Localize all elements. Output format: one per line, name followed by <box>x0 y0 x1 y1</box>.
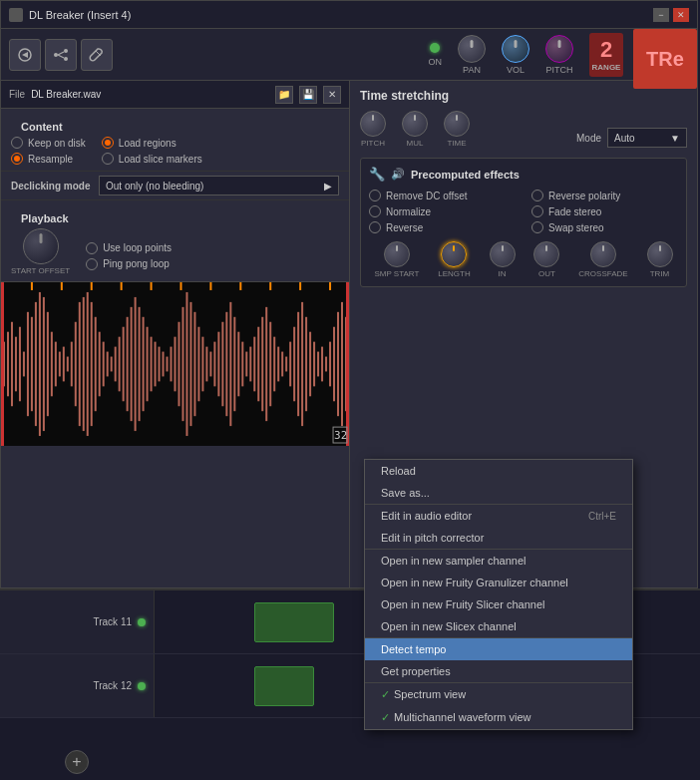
on-led[interactable] <box>430 43 440 53</box>
keep-on-disk-option[interactable]: Keep on disk <box>11 137 86 149</box>
close-file-button[interactable]: ✕ <box>323 86 341 104</box>
use-loop-points-option[interactable]: Use loop points <box>86 242 172 254</box>
ts-mul-knob[interactable]: MUL <box>402 111 428 148</box>
in-knob-body[interactable] <box>490 241 516 267</box>
ts-pitch-knob[interactable]: PITCH <box>360 111 386 148</box>
minimize-button[interactable]: − <box>653 8 669 22</box>
load-slice-markers-option[interactable]: Load slice markers <box>102 153 202 165</box>
trim-knob-body[interactable] <box>647 241 673 267</box>
load-regions-option[interactable]: Load regions <box>102 137 202 149</box>
crossfade-knob[interactable]: CROSSFADE <box>578 241 627 278</box>
save-file-button[interactable]: 💾 <box>299 86 317 104</box>
add-track-button[interactable]: + <box>65 750 89 774</box>
length-label: LENGTH <box>438 269 470 278</box>
pitch-knob[interactable]: PITCH <box>545 35 573 75</box>
ping-pong-label: Ping pong loop <box>103 258 170 269</box>
declicking-dropdown[interactable]: Out only (no bleeding) ▶ <box>99 176 339 195</box>
svg-rect-64 <box>225 312 227 416</box>
ctx-detect-tempo[interactable]: Detect tempo <box>365 637 632 660</box>
track-12-header: Track 12 <box>0 654 155 717</box>
ctx-open-slicer[interactable]: Open in new Fruity Slicer channel <box>365 593 632 615</box>
pitch-knob-body[interactable] <box>545 35 573 63</box>
start-offset-knob[interactable] <box>23 228 59 264</box>
reverse-polarity-option[interactable]: Reverse polarity <box>531 190 678 201</box>
svg-rect-62 <box>217 332 219 397</box>
ts-pitch-knob-body[interactable] <box>360 111 386 137</box>
on-control[interactable]: ON <box>429 43 443 67</box>
swap-stereo-radio[interactable] <box>531 221 543 233</box>
ping-pong-radio[interactable] <box>86 258 98 270</box>
track-12-block-1[interactable] <box>254 666 314 706</box>
ctx-open-granulizer[interactable]: Open in new Fruity Granulizer channel <box>365 572 632 593</box>
svg-rect-98 <box>121 282 123 290</box>
load-regions-radio[interactable] <box>102 137 114 149</box>
svg-rect-68 <box>241 342 243 387</box>
load-slice-markers-radio[interactable] <box>102 153 114 165</box>
remove-dc-radio[interactable] <box>369 190 381 201</box>
top-controls: ON PAN VOL PITCH 2 RANGE <box>117 33 689 77</box>
tool2-button[interactable] <box>45 39 77 71</box>
ctx-reload[interactable]: Reload <box>365 460 632 482</box>
ctx-get-properties[interactable]: Get properties <box>365 660 632 682</box>
close-button[interactable]: ✕ <box>673 8 689 22</box>
ts-time-knob-body[interactable] <box>444 111 470 137</box>
reverse-radio[interactable] <box>369 221 381 233</box>
resample-option[interactable]: Resample <box>11 153 86 165</box>
fade-stereo-label: Fade stereo <box>548 206 601 217</box>
svg-rect-69 <box>245 352 247 377</box>
range-badge[interactable]: 2 RANGE <box>589 33 623 77</box>
fade-stereo-option[interactable]: Fade stereo <box>531 205 678 217</box>
ctx-edit-pitch[interactable]: Edit in pitch corrector <box>365 527 632 549</box>
normalize-radio[interactable] <box>369 205 381 217</box>
pan-knob[interactable]: PAN <box>458 35 486 75</box>
tool1-button[interactable] <box>9 39 41 71</box>
ping-pong-loop-option[interactable]: Ping pong loop <box>86 258 172 270</box>
ctx-save-as[interactable]: Save as... <box>365 482 632 504</box>
window-title: DL Breaker (Insert 4) <box>29 9 131 21</box>
svg-rect-83 <box>301 302 303 426</box>
trim-knob[interactable]: TRIM <box>647 241 673 278</box>
tool3-button[interactable] <box>81 39 113 71</box>
in-knob[interactable]: IN <box>490 241 516 278</box>
crossfade-knob-body[interactable] <box>590 241 616 267</box>
svg-rect-22 <box>59 352 61 377</box>
start-offset-control[interactable]: START OFFSET <box>11 228 70 275</box>
pan-knob-body[interactable] <box>458 35 486 63</box>
out-knob[interactable]: OUT <box>533 241 559 278</box>
normalize-option[interactable]: Normalize <box>369 205 516 217</box>
vol-knob[interactable]: VOL <box>502 35 529 75</box>
reverse-polarity-radio[interactable] <box>531 190 543 201</box>
out-knob-body[interactable] <box>533 241 559 267</box>
length-knob-body[interactable] <box>441 241 467 267</box>
smp-start-knob-body[interactable] <box>384 241 410 267</box>
track-11-block-1[interactable] <box>254 602 334 642</box>
svg-line-4 <box>58 52 64 55</box>
fade-stereo-radio[interactable] <box>531 205 543 217</box>
vol-knob-body[interactable] <box>502 35 529 63</box>
svg-rect-95 <box>31 282 33 290</box>
ctx-open-slicex[interactable]: Open in new Slicex channel <box>365 615 632 637</box>
waveform-area[interactable]: 32 <box>1 281 349 446</box>
svg-rect-100 <box>179 282 181 290</box>
svg-rect-48 <box>163 352 165 377</box>
ts-mul-knob-body[interactable] <box>402 111 428 137</box>
reverse-option[interactable]: Reverse <box>369 221 516 233</box>
length-knob[interactable]: LENGTH <box>438 241 470 278</box>
ctx-spectrum-view[interactable]: ✓Spectrum view <box>365 682 632 706</box>
mode-dropdown[interactable]: Auto ▼ <box>607 128 687 148</box>
svg-rect-102 <box>239 282 241 290</box>
keep-on-disk-radio[interactable] <box>11 137 23 149</box>
ctx-edit-audio[interactable]: Edit in audio editor Ctrl+E <box>365 504 632 527</box>
use-loop-points-radio[interactable] <box>86 242 98 254</box>
browse-file-button[interactable]: 📁 <box>275 86 293 104</box>
ts-time-knob[interactable]: TIME <box>444 111 470 148</box>
smp-start-knob[interactable]: SMP START <box>374 241 419 278</box>
range-value: 2 <box>600 37 612 63</box>
resample-radio[interactable] <box>11 153 23 165</box>
svg-rect-87 <box>317 352 319 377</box>
svg-rect-42 <box>139 307 141 421</box>
ctx-multichannel-view[interactable]: ✓Multichannel waveform view <box>365 706 632 729</box>
swap-stereo-option[interactable]: Swap stereo <box>531 221 678 233</box>
ctx-open-sampler[interactable]: Open in new sampler channel <box>365 549 632 572</box>
remove-dc-offset-option[interactable]: Remove DC offset <box>369 190 516 201</box>
